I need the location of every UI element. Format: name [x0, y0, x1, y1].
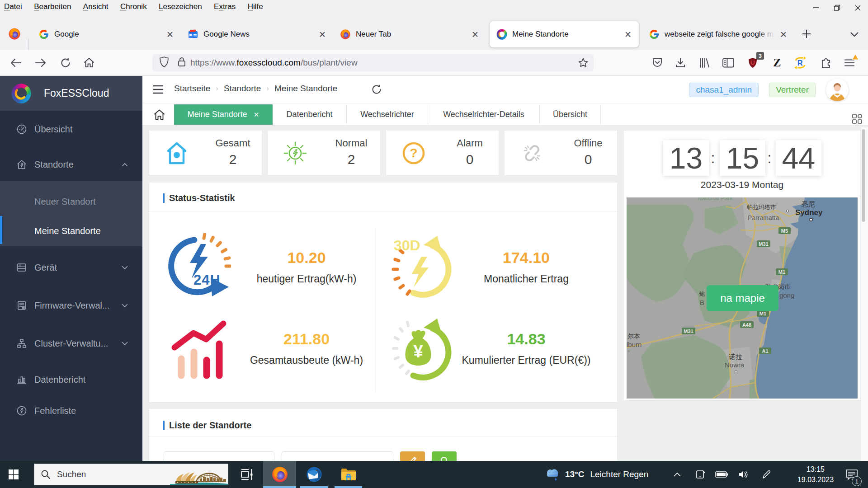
ublock-icon[interactable]: 3	[745, 55, 760, 70]
url-text: https://www.foxesscloud.com/bus/plant/vi…	[190, 58, 358, 68]
minimize-button[interactable]	[806, 0, 826, 15]
svg-text:尔本: 尔本	[627, 333, 640, 340]
device-icon	[16, 262, 27, 273]
home-button[interactable]	[81, 55, 97, 70]
collapse-sidebar-icon[interactable]	[152, 84, 164, 97]
sidebar-item-standorte[interactable]: Standorte	[0, 154, 142, 175]
close-tab-icon[interactable]: ✕	[254, 111, 259, 119]
taskbar-thunderbird[interactable]	[297, 461, 330, 488]
downloads-icon[interactable]	[673, 55, 688, 70]
search-button[interactable]	[432, 451, 457, 461]
tab-close-icon[interactable]: ✕	[316, 28, 329, 41]
tab-google[interactable]: Google ✕	[32, 21, 181, 47]
forward-button[interactable]	[33, 55, 48, 70]
shield-icon[interactable]	[159, 56, 170, 70]
page-tab-wechselrichter-details[interactable]: Wechselrichter-Details	[428, 104, 540, 125]
tab-meine-standorte-active[interactable]: Meine Standorte ✕	[490, 21, 639, 47]
taskbar-firefox[interactable]	[263, 461, 296, 488]
app-menu-icon[interactable]	[842, 55, 857, 70]
task-view-button[interactable]	[231, 461, 264, 488]
clock-colon: :	[765, 140, 774, 176]
menu-hilfe[interactable]: Hilfe	[243, 0, 268, 11]
sidebar-item-cluster[interactable]: Cluster-Verwaltu...	[0, 333, 142, 354]
sidebar-item-meine-standorte[interactable]: Meine Standorte	[0, 218, 142, 244]
tab-close-icon[interactable]: ✕	[164, 28, 176, 41]
menu-bearbeiten[interactable]: Bearbeiten	[29, 0, 76, 11]
clock-seconds: 44	[776, 140, 821, 176]
close-window-button[interactable]	[847, 0, 868, 15]
tab-webseite[interactable]: webseite zeigt falsche google m ✕	[642, 21, 794, 47]
sidebar-item-firmware[interactable]: Firmware-Verwal...	[0, 295, 142, 316]
layout-grid-icon[interactable]	[852, 113, 863, 127]
tab-close-icon[interactable]: ✕	[469, 28, 481, 41]
menu-chronik[interactable]: Chronik	[115, 0, 152, 11]
tab-close-icon[interactable]: ✕	[622, 28, 634, 41]
tray-pen-icon[interactable]	[759, 461, 775, 488]
library-icon[interactable]	[696, 55, 712, 70]
menu-extras[interactable]: Extras	[209, 0, 241, 11]
start-button[interactable]	[0, 461, 27, 488]
taskbar-explorer[interactable]	[332, 461, 365, 488]
page-tab-datenbericht[interactable]: Datenbericht	[273, 104, 347, 125]
taskbar-clock[interactable]: 13:15 19.03.2023	[788, 461, 844, 488]
sidebar-toggle-icon[interactable]	[721, 55, 736, 70]
chevron-down-icon	[122, 266, 128, 270]
sidebar-item-neuer-standort[interactable]: Neuer Standort	[0, 188, 142, 215]
tab-neuer-tab[interactable]: Neuer Tab ✕	[333, 21, 486, 47]
breadcrumb-standorte[interactable]: Standorte	[224, 84, 261, 94]
menu-lesezeichen[interactable]: Lesezeichen	[154, 0, 207, 11]
taskbar-weather[interactable]: 13°C Leichter Regen	[544, 461, 648, 488]
svg-text:悉尼: 悉尼	[801, 200, 815, 208]
role-chip[interactable]: Vertreter	[769, 83, 816, 97]
extensions-puzzle-icon[interactable]	[818, 55, 834, 70]
filter-input-2[interactable]	[282, 451, 393, 461]
sidebar-item-fehlerliste[interactable]: Fehlerliste	[0, 400, 142, 422]
firefox-tabstrip: Google ✕ Google News ✕ Neuer Tab ✕	[0, 14, 868, 50]
map-button[interactable]: na mapie	[707, 285, 778, 311]
tray-volume-icon[interactable]	[735, 461, 751, 488]
sidebar-item-uebersicht[interactable]: Übersicht	[0, 118, 142, 140]
action-center-icon[interactable]: 1	[841, 461, 863, 488]
list-all-tabs-button[interactable]	[849, 30, 860, 40]
sidebar-item-datenbericht[interactable]: Datenbericht	[0, 369, 142, 390]
filter-input-1[interactable]	[164, 451, 274, 461]
pocket-icon[interactable]	[650, 55, 665, 70]
bookmark-star-icon[interactable]	[577, 57, 589, 70]
page-tab-uebersicht[interactable]: Übersicht	[540, 104, 601, 125]
new-tab-button[interactable]	[801, 28, 812, 42]
firefox-view-button[interactable]	[8, 28, 21, 40]
tray-chevron-icon[interactable]	[669, 461, 685, 488]
svg-text:Parramatta: Parramatta	[748, 214, 779, 221]
page-scrollbar[interactable]	[861, 127, 868, 461]
svg-text:M1: M1	[760, 311, 766, 316]
sidebar-item-geraet[interactable]: Gerät	[0, 257, 142, 278]
reload-button[interactable]	[58, 55, 73, 70]
tray-cast-icon[interactable]	[693, 461, 709, 488]
page-tab-wechselrichter[interactable]: Wechselrichter	[347, 104, 428, 125]
lock-icon[interactable]	[177, 56, 187, 70]
scrollbar-thumb[interactable]	[862, 129, 865, 222]
restore-button[interactable]	[826, 0, 847, 15]
breadcrumb-startseite[interactable]: Startseite	[174, 84, 210, 94]
svg-text:A1: A1	[762, 348, 768, 354]
menu-datei[interactable]: Datei	[0, 0, 27, 11]
menu-ansicht[interactable]: Ansicht	[78, 0, 113, 11]
tab-title: Google	[54, 30, 161, 39]
zotero-icon[interactable]: Z	[769, 55, 785, 70]
url-bar[interactable]: https://www.foxesscloud.com/bus/plant/vi…	[152, 54, 594, 71]
tab-close-icon[interactable]: ✕	[777, 28, 790, 41]
edit-button[interactable]	[400, 451, 425, 461]
tab-google-news[interactable]: Google News ✕	[181, 21, 333, 47]
home-tab-icon[interactable]	[153, 109, 165, 122]
page-tab-meine-standorte[interactable]: Meine Standorte✕	[174, 104, 273, 125]
taskbar-date: 19.03.2023	[788, 476, 844, 484]
taskbar-search[interactable]: Suchen	[34, 464, 228, 485]
firefox-favicon	[340, 29, 351, 40]
user-chip[interactable]: chasa1_admin	[689, 83, 759, 97]
tray-battery-icon[interactable]	[713, 461, 730, 488]
breadcrumb-meine-standorte[interactable]: Meine Standorte	[274, 84, 337, 94]
avatar[interactable]	[826, 79, 849, 101]
extension-r-icon[interactable]: R	[793, 55, 808, 70]
refresh-icon[interactable]	[371, 84, 382, 97]
back-button[interactable]	[8, 55, 24, 70]
